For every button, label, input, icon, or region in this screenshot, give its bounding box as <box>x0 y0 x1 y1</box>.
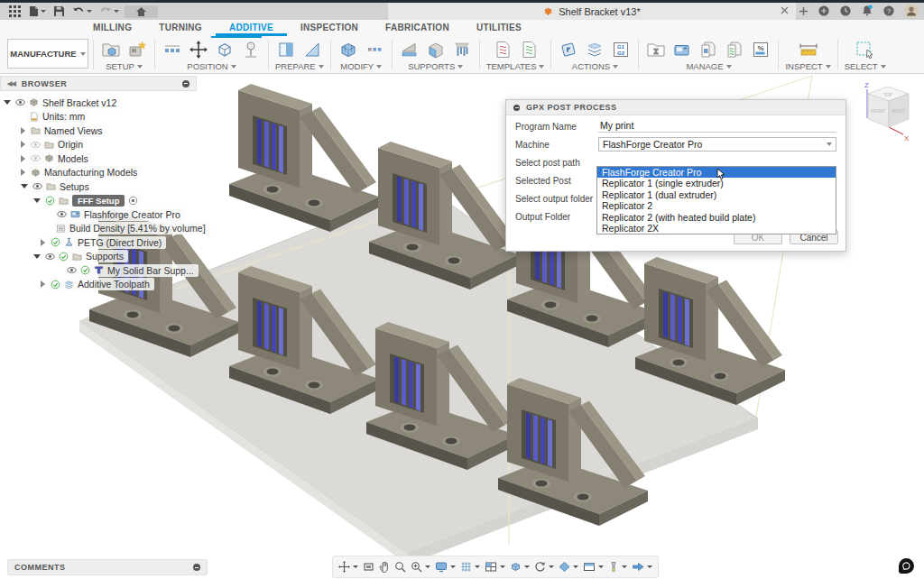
prepare-menu[interactable]: PREPARE <box>275 61 324 71</box>
eye-off-icon[interactable] <box>31 140 41 150</box>
caret-right-icon[interactable] <box>21 141 25 148</box>
caret-right-icon[interactable] <box>21 155 25 162</box>
extensions-icon[interactable] <box>818 5 830 17</box>
mesh-edit-button[interactable] <box>337 39 359 60</box>
utilization-button[interactable]: % <box>750 39 772 60</box>
document-tab[interactable]: Shelf Bracket v13* <box>388 3 796 20</box>
dropdown-option[interactable]: Replicator 2 (with heated build plate) <box>597 212 836 223</box>
template-load-button[interactable] <box>518 39 540 60</box>
orient-button[interactable] <box>214 39 236 60</box>
template-save-button[interactable] <box>492 39 513 60</box>
viewports-button[interactable] <box>484 561 506 573</box>
bracket-component[interactable] <box>229 84 379 232</box>
caret-down-icon[interactable] <box>33 198 41 203</box>
tree-item-machine[interactable]: Flashforge Creator Pro <box>0 207 197 222</box>
supports-menu[interactable]: SUPPORTS <box>408 61 463 71</box>
browser-header[interactable]: ◀◀ BROWSER <box>0 76 197 91</box>
history-icon[interactable] <box>839 5 852 17</box>
radio-active-icon[interactable] <box>128 196 138 206</box>
file-menu-button[interactable] <box>26 5 48 18</box>
tree-item-build-density[interactable]: Build Density [5.41% by volume] <box>0 222 197 236</box>
support-volume-button[interactable] <box>425 39 447 60</box>
new-setup-button[interactable] <box>100 39 122 60</box>
actions-menu[interactable]: ACTIONS <box>572 61 618 71</box>
program-name-input[interactable]: My print <box>598 120 836 133</box>
gcode-editor-button[interactable]: G1G2 <box>610 39 632 60</box>
modify-menu[interactable]: MODIFY <box>340 61 382 71</box>
tab-turning[interactable]: TURNING <box>145 20 216 36</box>
visual-style-button[interactable] <box>509 561 531 573</box>
machine-setup-button[interactable] <box>126 39 148 60</box>
zoom-button[interactable] <box>393 561 407 573</box>
undo-button[interactable] <box>70 5 94 18</box>
close-tab-icon[interactable] <box>781 6 789 14</box>
comments-options-icon[interactable] <box>193 564 200 571</box>
inspect-menu[interactable]: INSPECT <box>785 61 830 71</box>
post-process-button[interactable] <box>558 39 579 60</box>
caret-right-icon[interactable] <box>21 127 25 134</box>
tree-item-models[interactable]: Models <box>0 152 197 166</box>
save-button[interactable] <box>51 5 67 18</box>
help-icon[interactable]: ? <box>882 5 895 17</box>
eye-icon[interactable] <box>45 252 55 262</box>
eye-icon[interactable] <box>32 181 42 191</box>
tree-item-manufacturing-models[interactable]: Manufacturing Models <box>0 166 197 180</box>
eye-icon[interactable] <box>57 209 67 219</box>
tree-item-fff-setup[interactable]: FFF Setup <box>0 194 197 208</box>
comments-bar[interactable]: COMMENTS <box>7 559 208 575</box>
tree-item-origin[interactable]: Origin <box>0 138 197 152</box>
tree-item-additive-toolpath[interactable]: Additive Toolpath <box>0 278 197 292</box>
collapse-panel-icon[interactable]: ◀◀ <box>7 80 15 87</box>
home-view-button[interactable] <box>125 5 158 18</box>
caret-down-icon[interactable] <box>21 184 28 188</box>
select-button[interactable] <box>855 39 876 60</box>
tab-fabrication[interactable]: FABRICATION <box>372 20 463 36</box>
machine-select[interactable]: FlashForge Creator Pro <box>598 137 836 152</box>
tree-item-material[interactable]: PETG (Direct Drive) <box>0 235 197 250</box>
job-manager-button[interactable] <box>645 39 667 60</box>
eye-icon[interactable] <box>67 265 77 275</box>
machine-library-button[interactable] <box>671 39 693 60</box>
manage-menu[interactable]: MANAGE <box>686 61 731 71</box>
pan-button[interactable] <box>378 561 391 573</box>
support-wedge-button[interactable] <box>399 39 420 60</box>
tab-inspection[interactable]: INSPECTION <box>287 20 372 36</box>
arrange-button[interactable] <box>162 39 183 60</box>
fit-button[interactable] <box>362 561 375 573</box>
notifications-icon[interactable] <box>861 5 873 17</box>
workspace-selector[interactable]: MANUFACTURE <box>7 39 88 69</box>
templates-menu[interactable]: TEMPLATES <box>486 61 545 71</box>
position-menu[interactable]: POSITION <box>187 61 236 71</box>
setup-menu[interactable]: SETUP <box>106 61 143 71</box>
browser-options-icon[interactable] <box>182 80 189 87</box>
tree-item-root-component[interactable]: Shelf Bracket v12 <box>0 96 197 110</box>
caret-down-icon[interactable] <box>33 254 41 259</box>
caret-down-icon[interactable] <box>4 100 11 105</box>
orbit-button[interactable] <box>337 561 359 573</box>
auto-orient-button[interactable] <box>275 39 297 60</box>
eye-off-icon[interactable] <box>31 153 41 163</box>
dropdown-option[interactable]: Replicator 2X <box>597 223 836 234</box>
grid-snaps-button[interactable] <box>459 561 481 573</box>
pin-support-button[interactable] <box>240 39 262 60</box>
eye-icon[interactable] <box>15 97 25 107</box>
new-tab-icon[interactable] <box>799 6 808 16</box>
caret-right-icon[interactable] <box>41 239 45 246</box>
tab-milling[interactable]: MILLING <box>79 20 145 36</box>
screen-button[interactable] <box>582 561 605 573</box>
move-button[interactable] <box>188 39 209 60</box>
tab-additive[interactable]: ADDITIVE <box>216 20 287 36</box>
assistant-bubble[interactable] <box>899 558 914 574</box>
generate-toolpath-button[interactable] <box>584 39 605 60</box>
select-menu[interactable]: SELECT <box>845 61 886 71</box>
view-cube[interactable]: Z X TOP FRONT RIGHT <box>864 81 910 142</box>
tab-utilities[interactable]: UTILITIES <box>463 20 535 36</box>
caret-right-icon[interactable] <box>21 169 25 176</box>
app-grid-icon[interactable] <box>7 5 23 18</box>
look-at-button[interactable] <box>558 561 579 573</box>
tree-item-setups[interactable]: Setups <box>0 179 197 194</box>
dialog-header[interactable]: GPX POST PROCESS <box>506 100 845 115</box>
support-bars-button[interactable] <box>451 39 473 60</box>
tree-item-units[interactable]: Units: mm <box>0 110 197 124</box>
avatar[interactable] <box>904 4 919 18</box>
